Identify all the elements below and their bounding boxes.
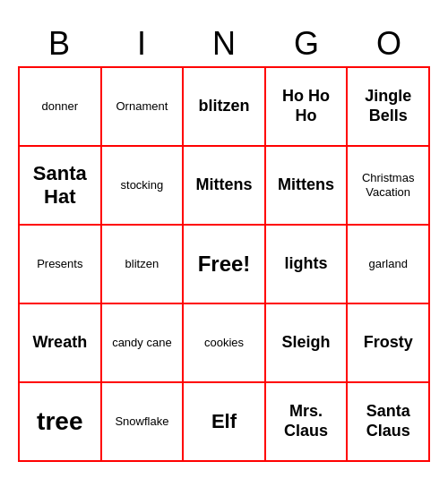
bingo-cell: Wreath <box>20 304 102 383</box>
header-letter: B <box>20 25 99 63</box>
bingo-cell: Ho Ho Ho <box>266 68 349 147</box>
bingo-cell: Sleigh <box>266 304 349 383</box>
bingo-card: BINGO donnerOrnamentblitzenHo Ho HoJingl… <box>18 25 430 462</box>
bingo-cell: Mrs. Claus <box>266 383 349 462</box>
header-letter: G <box>267 25 346 63</box>
bingo-cell: Snowflake <box>102 383 185 462</box>
bingo-cell: donner <box>20 68 102 147</box>
bingo-cell: Santa Claus <box>348 383 430 462</box>
header-letter: N <box>185 25 263 63</box>
bingo-cell: Free! <box>184 226 266 304</box>
bingo-cell: cookies <box>184 304 266 383</box>
bingo-cell: Mittens <box>184 147 266 226</box>
bingo-cell: garland <box>348 226 430 304</box>
bingo-cell: Christmas Vacation <box>348 147 430 226</box>
bingo-cell: Frosty <box>348 304 430 383</box>
bingo-cell: Elf <box>184 383 266 462</box>
header-letter: I <box>102 25 181 63</box>
bingo-cell: Mittens <box>266 147 349 226</box>
bingo-cell: lights <box>266 226 349 304</box>
bingo-cell: Presents <box>20 226 102 304</box>
bingo-cell: blitzen <box>184 68 266 147</box>
header-letter: O <box>349 25 428 63</box>
bingo-cell: Jingle Bells <box>348 68 430 147</box>
bingo-cell: candy cane <box>102 304 185 383</box>
bingo-cell: blitzen <box>102 226 185 304</box>
bingo-cell: tree <box>20 383 102 462</box>
bingo-cell: Santa Hat <box>20 147 102 226</box>
bingo-header: BINGO <box>18 25 430 63</box>
bingo-cell: Ornament <box>102 68 185 147</box>
bingo-grid: donnerOrnamentblitzenHo Ho HoJingle Bell… <box>18 66 430 462</box>
bingo-cell: stocking <box>102 147 185 226</box>
